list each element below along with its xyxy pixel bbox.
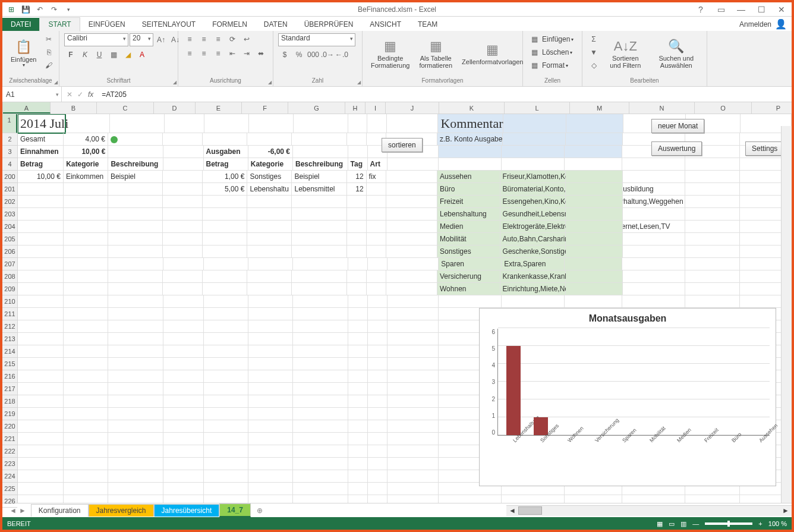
- col-header-B[interactable]: B: [51, 102, 97, 114]
- view-pagebreak-icon[interactable]: ▥: [680, 520, 686, 528]
- new-sheet-icon[interactable]: ⊕: [251, 506, 269, 515]
- row-header-210[interactable]: 210: [2, 295, 17, 308]
- tab-pagelayout[interactable]: SEITENLAYOUT: [134, 18, 204, 31]
- row-header-215[interactable]: 215: [2, 358, 17, 370]
- horizontal-scrollbar[interactable]: ◄►: [506, 505, 792, 516]
- col-header-A[interactable]: A: [3, 102, 51, 114]
- dec-decimal-icon[interactable]: ←.0: [335, 49, 348, 61]
- align-right-icon[interactable]: ≡: [212, 48, 225, 59]
- clipboard-launcher-icon[interactable]: ◢: [54, 80, 58, 85]
- row-header-221[interactable]: 221: [2, 433, 17, 445]
- align-bottom-icon[interactable]: ≡: [212, 33, 225, 45]
- percent-icon[interactable]: %: [292, 49, 305, 61]
- align-middle-icon[interactable]: ≡: [197, 33, 210, 45]
- help-icon[interactable]: ?: [693, 4, 708, 15]
- bold-button[interactable]: F: [64, 49, 77, 61]
- currency-icon[interactable]: $: [278, 49, 291, 61]
- fx-icon[interactable]: fx: [88, 90, 93, 99]
- merge-icon[interactable]: ⬌: [254, 48, 267, 59]
- col-header-H[interactable]: H: [345, 102, 366, 114]
- zoom-in-icon[interactable]: +: [758, 520, 762, 527]
- autosum-icon[interactable]: Σ: [587, 33, 600, 45]
- tab-data[interactable]: DATEN: [256, 18, 296, 31]
- col-header-O[interactable]: O: [695, 102, 752, 114]
- thousands-icon[interactable]: 000: [307, 49, 320, 61]
- col-header-I[interactable]: I: [366, 102, 386, 114]
- col-header-G[interactable]: G: [288, 102, 345, 114]
- format-cells-button[interactable]: ▦Format▾: [528, 59, 574, 71]
- tab-review[interactable]: ÜBERPRÜFEN: [296, 18, 362, 31]
- row-header-202[interactable]: 202: [2, 196, 17, 208]
- minimize-icon[interactable]: —: [733, 4, 749, 15]
- tab-view[interactable]: ANSICHT: [361, 18, 409, 31]
- row-header-219[interactable]: 219: [2, 408, 17, 420]
- row-header-209[interactable]: 209: [2, 283, 17, 295]
- formula-input[interactable]: =AT205: [98, 90, 792, 99]
- row-header-3[interactable]: 3: [2, 146, 17, 158]
- row-header-213[interactable]: 213: [2, 333, 17, 345]
- font-color-icon[interactable]: A: [136, 49, 149, 61]
- zoom-out-icon[interactable]: —: [692, 520, 699, 527]
- indent-inc-icon[interactable]: ⇥: [240, 48, 253, 59]
- row-header-224[interactable]: 224: [2, 470, 17, 483]
- row-header-217[interactable]: 217: [2, 383, 17, 395]
- name-box[interactable]: A1: [2, 87, 62, 102]
- enter-fx-icon[interactable]: ✓: [77, 90, 83, 99]
- new-month-button[interactable]: neuer Monat: [651, 119, 704, 133]
- fill-color-icon[interactable]: ◢: [121, 49, 134, 61]
- row-header-223[interactable]: 223: [2, 458, 17, 470]
- tab-team[interactable]: TEAM: [409, 18, 446, 31]
- sort-button[interactable]: sortieren: [382, 138, 423, 152]
- copy-icon[interactable]: ⎘: [42, 46, 55, 58]
- col-header-F[interactable]: F: [242, 102, 288, 114]
- row-header-208[interactable]: 208: [2, 270, 17, 283]
- col-header-D[interactable]: D: [154, 102, 196, 114]
- col-header-N[interactable]: N: [629, 102, 695, 114]
- col-header-M[interactable]: M: [570, 102, 629, 114]
- row-header-200[interactable]: 200: [2, 171, 17, 183]
- row-header-222[interactable]: 222: [2, 445, 17, 458]
- undo-icon[interactable]: ↶: [33, 4, 46, 15]
- indent-dec-icon[interactable]: ⇤: [226, 48, 239, 59]
- paste-button[interactable]: 📋Einfügen▾: [7, 33, 40, 75]
- row-header-4[interactable]: 4: [2, 158, 17, 171]
- save-icon[interactable]: 💾: [19, 4, 32, 15]
- wrap-text-icon[interactable]: ↩: [240, 33, 253, 45]
- redo-icon[interactable]: ↷: [48, 4, 61, 15]
- row-header-212[interactable]: 212: [2, 320, 17, 333]
- cancel-fx-icon[interactable]: ✕: [67, 90, 73, 99]
- row-header-201[interactable]: 201: [2, 183, 17, 196]
- settings-button[interactable]: Settings: [745, 141, 784, 156]
- sheet-tab-jahresuebersicht[interactable]: Jahresübersicht: [154, 504, 220, 517]
- inc-decimal-icon[interactable]: .0→: [321, 49, 334, 61]
- chart-monatsausgaben[interactable]: Monatsausgaben 0123456 LebenshaltungSons…: [479, 308, 776, 486]
- row-header-206[interactable]: 206: [2, 245, 17, 258]
- font-launcher-icon[interactable]: ◢: [173, 80, 177, 85]
- clear-icon[interactable]: ◇: [587, 59, 600, 71]
- row-header-214[interactable]: 214: [2, 345, 17, 358]
- grow-font-icon[interactable]: A↑: [155, 34, 168, 46]
- sheet-tab-current[interactable]: 14_7: [219, 503, 251, 517]
- format-painter-icon[interactable]: 🖌: [42, 59, 55, 71]
- maximize-icon[interactable]: ☐: [754, 4, 769, 15]
- align-top-icon[interactable]: ≡: [183, 33, 196, 45]
- find-select-button[interactable]: 🔍Suchen und Auswählen: [651, 33, 702, 75]
- number-launcher-icon[interactable]: ◢: [357, 80, 361, 85]
- orientation-icon[interactable]: ⟳: [226, 33, 239, 45]
- tab-formulas[interactable]: FORMELN: [204, 18, 256, 31]
- col-header-L[interactable]: L: [505, 102, 570, 114]
- border-icon[interactable]: ▦: [107, 49, 120, 61]
- row-header-211[interactable]: 211: [2, 308, 17, 320]
- fill-icon[interactable]: ▼: [587, 46, 600, 58]
- cut-icon[interactable]: ✂: [42, 33, 55, 45]
- sort-filter-button[interactable]: A↓ZSortieren und Filtern: [603, 33, 648, 75]
- row-header-207[interactable]: 207: [2, 258, 17, 270]
- ribbon-options-icon[interactable]: ▭: [713, 4, 729, 15]
- tab-file[interactable]: DATEI: [2, 18, 39, 31]
- vertical-scrollbar[interactable]: [781, 126, 792, 503]
- col-header-K[interactable]: K: [439, 102, 505, 114]
- row-header-204[interactable]: 204: [2, 221, 17, 233]
- row-header-1[interactable]: 1: [2, 114, 17, 133]
- row-header-220[interactable]: 220: [2, 420, 17, 433]
- cell-styles-button[interactable]: ▦Zellenformatvorlagen: [458, 33, 527, 75]
